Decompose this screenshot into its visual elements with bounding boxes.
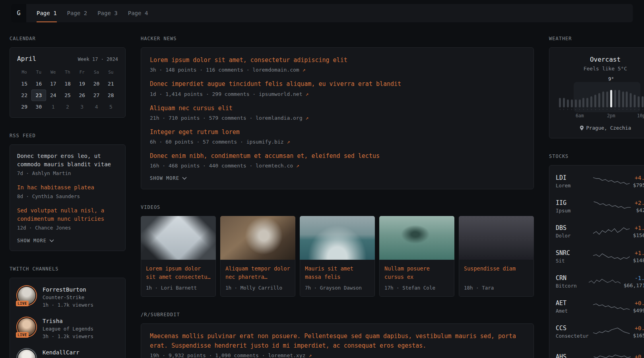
video-thumbnail[interactable] — [220, 216, 295, 260]
video-title-link[interactable]: Mauris sit amet massa felis — [305, 265, 370, 281]
current-temp-label: 9° — [608, 76, 614, 82]
video-thumbnail[interactable] — [141, 216, 216, 260]
post-source-link[interactable]: loremtech.co — [256, 163, 293, 169]
stocks-widget: STOCKS LDILorem+4.35%$795.18IIGIpsum+2.8… — [549, 154, 644, 358]
temperature-bar — [618, 90, 620, 110]
show-more-label: SHOW MORE — [17, 238, 47, 243]
stock-price: $148.64 — [633, 257, 644, 263]
stock-row[interactable]: DBSDolor+1.42%$156.28 — [556, 219, 644, 244]
calendar-day: 16 — [31, 78, 46, 90]
channel-game: League of Legends — [43, 326, 93, 332]
stock-row[interactable]: CCSConsectetur+0.51%$165.84 — [556, 319, 644, 344]
calendar-week-year: Week 17 · 2024 — [78, 56, 118, 62]
tab-page-3[interactable]: Page 3 — [97, 4, 118, 22]
rss-show-more-button[interactable]: SHOW MORE — [17, 238, 118, 243]
video-thumbnail[interactable] — [300, 216, 375, 260]
live-badge: LIVE — [16, 332, 29, 338]
calendar-day: 1 — [46, 101, 60, 113]
stock-row[interactable]: IIGIpsum+2.84%$42.04 — [556, 194, 644, 219]
stock-row[interactable]: LDILorem+4.35%$795.18 — [556, 169, 644, 194]
stock-row[interactable]: SNRCSit+1.36%$148.64 — [556, 244, 644, 269]
calendar-day: 4 — [89, 101, 103, 113]
rss-item-title[interactable]: In hac habitasse platea — [17, 183, 118, 192]
calendar-day: 28 — [104, 90, 118, 101]
post-source-link[interactable]: ipsumify.biz — [246, 139, 284, 145]
post-meta: 6h · 60 points · 57 comments · ipsumify.… — [150, 139, 525, 145]
calendar-grid: MoTuWeThFrSaSu15161718192021222324252627… — [17, 66, 118, 113]
video-meta: 1h · Lori Barnett — [146, 285, 211, 291]
calendar-weekday: Tu — [31, 66, 46, 78]
calendar-day: 30 — [31, 101, 46, 113]
post-item: Donec imperdiet augue tincidunt felis al… — [150, 80, 525, 97]
video-title-link[interactable]: Nullam posuere cursus ex — [384, 265, 449, 281]
section-title-rss: RSS FEED — [10, 133, 126, 138]
time-label: 2pm — [607, 113, 615, 119]
post-item: Donec enim nibh, condimentum et accumsan… — [150, 152, 525, 169]
avatar: LIVE — [17, 286, 36, 305]
tab-page-2[interactable]: Page 2 — [67, 4, 87, 22]
rss-list: Donec tempor eros leo, ut commodo mauris… — [17, 152, 118, 231]
stock-symbol: AET — [556, 300, 590, 307]
post-title-link[interactable]: Aliquam nec cursus elit — [150, 104, 525, 113]
hackernews-show-more-button[interactable]: SHOW MORE — [150, 175, 525, 181]
sparkline-chart — [593, 251, 630, 263]
stock-row[interactable]: AHS+0.46% — [556, 344, 644, 358]
stock-name: Ipsum — [556, 208, 590, 214]
post-source-link[interactable]: loremdomain.com — [252, 67, 299, 73]
external-link-icon: ↗ — [299, 67, 306, 73]
stock-change: +0.51% — [633, 325, 644, 331]
section-title-twitch: TWITCH CHANNELS — [10, 266, 126, 272]
post-title-link[interactable]: Maecenas mollis pulvinar erat non posuer… — [150, 332, 525, 350]
weather-widget: WEATHER Overcast Feels like 5°C 9° 6am2p… — [549, 36, 644, 138]
stocks-list: LDILorem+4.35%$795.18IIGIpsum+2.84%$42.0… — [556, 169, 644, 358]
calendar-day: 20 — [89, 78, 103, 90]
twitch-channel[interactable]: LIVEForrestBurtonCounter-Strike1h · 1.7k… — [17, 286, 118, 308]
stock-change: -1.00% — [624, 275, 644, 281]
post-source-link[interactable]: loremnet.xyz — [268, 352, 305, 358]
stock-symbol: CRN — [556, 274, 586, 282]
post-item: Lorem ipsum dolor sit amet, consectetur … — [150, 56, 525, 73]
video-title-link[interactable]: Aliquam tempor dolor nec pharetra… — [225, 265, 290, 281]
location-pin-icon — [580, 125, 584, 131]
temperature-bar — [590, 96, 592, 110]
stock-row[interactable]: CRNBitcorn-1.00%$66,171.48 — [556, 269, 644, 294]
video-meta: 1h · Molly Carrillo — [225, 285, 290, 291]
temperature-bar — [610, 90, 612, 110]
post-source-link[interactable]: loremlandia.org — [256, 115, 302, 121]
temperature-bar — [638, 96, 640, 110]
stocks-card: LDILorem+4.35%$795.18IIGIpsum+2.84%$42.0… — [549, 165, 644, 358]
stock-symbol: IIG — [556, 199, 590, 206]
twitch-channel[interactable]: KendallCarr — [17, 349, 118, 358]
post-title-link[interactable]: Donec imperdiet augue tincidunt felis al… — [150, 80, 525, 89]
calendar-day: 24 — [46, 90, 60, 101]
rss-item-title[interactable]: Sed volutpat nulla nisl, a condimentum n… — [17, 206, 118, 223]
video-thumbnail[interactable] — [459, 216, 534, 260]
video-thumbnail[interactable] — [379, 216, 454, 260]
external-link-icon: ↗ — [303, 115, 309, 121]
twitch-channel[interactable]: LIVETrishaLeague of Legends3h · 1.2k vie… — [17, 317, 118, 339]
calendar-day: 26 — [75, 90, 89, 101]
rss-item-title[interactable]: Donec tempor eros leo, ut commodo mauris… — [17, 152, 118, 169]
rss-item: In hac habitasse platea8d · Cynthia Saun… — [17, 183, 118, 199]
stock-row[interactable]: AETAmet+0.92%$499.72 — [556, 294, 644, 319]
post-source-link[interactable]: ipsumworld.net — [259, 91, 303, 97]
app-logo[interactable]: G — [11, 4, 26, 22]
weather-condition: Overcast — [558, 56, 644, 63]
channel-name: Trisha — [43, 318, 93, 324]
video-title-link[interactable]: Lorem ipsum dolor sit amet consectetu… — [146, 265, 211, 281]
stock-change: +1.42% — [633, 225, 644, 231]
post-title-link[interactable]: Integer eget rutrum lorem — [150, 128, 525, 137]
calendar-day: 18 — [60, 78, 75, 90]
calendar-weekday: We — [46, 66, 60, 78]
weather-times: 6am2pm10pm — [558, 113, 644, 119]
rss-item-meta: 12d · Chance Jones — [17, 225, 118, 231]
tab-page-4[interactable]: Page 4 — [128, 4, 148, 22]
stock-price: $156.28 — [633, 232, 644, 238]
post-title-link[interactable]: Lorem ipsum dolor sit amet, consectetur … — [150, 56, 525, 65]
tab-page-1[interactable]: Page 1 — [37, 4, 57, 22]
video-title-link[interactable]: Suspendisse diam — [464, 265, 529, 281]
calendar-day: 15 — [17, 78, 31, 90]
calendar-day: 3 — [75, 101, 89, 113]
post-title-link[interactable]: Donec enim nibh, condimentum et accumsan… — [150, 152, 525, 161]
stock-symbol: LDI — [556, 174, 590, 181]
